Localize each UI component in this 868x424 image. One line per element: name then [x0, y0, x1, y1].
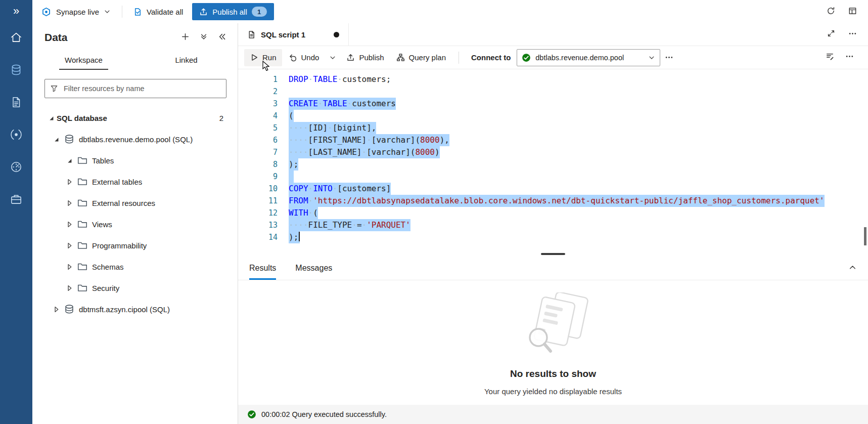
line-number: 4 [238, 110, 289, 122]
panel-resize-sash[interactable] [238, 251, 868, 257]
query-plan-button[interactable]: Query plan [391, 49, 451, 66]
success-icon [247, 410, 256, 419]
workspace-switcher[interactable]: Synapse live [56, 8, 111, 16]
code-line-10: 10COPY·INTO·[customers] [238, 183, 868, 195]
line-number: 9 [238, 171, 289, 183]
nav-develop[interactable] [6, 92, 26, 112]
play-icon [250, 53, 258, 62]
left-nav-rail: » [0, 0, 32, 424]
collapsed-expander-icon[interactable] [64, 178, 75, 186]
status-bar: 00:00:02 Query executed successfully. [238, 405, 868, 424]
line-number: 12 [238, 207, 289, 219]
code-editor[interactable]: 1DROP·TABLE·customers;23CREATE·TABLE·cus… [238, 69, 868, 251]
expand-rail-icon: » [13, 5, 19, 18]
results-body: No results to show Your query yielded no… [238, 280, 868, 405]
layout-button[interactable] [848, 7, 857, 17]
tree-item-external-resources[interactable]: External resources [32, 192, 238, 214]
undo-icon [289, 53, 297, 62]
nav-monitor[interactable] [6, 157, 26, 177]
results-tabbar: Results Messages [238, 257, 868, 280]
data-icon [10, 63, 23, 76]
editor-pane: SQL script 1 Run Undo [238, 23, 868, 424]
tree-item-dbtlabs-revenue-demo-pool-sql[interactable]: dbtlabs.revenue.demo.pool (SQL) [32, 129, 238, 150]
undo-button[interactable]: Undo [283, 49, 325, 66]
tab-workspace[interactable]: Workspace [32, 52, 135, 70]
expand-editor-button[interactable] [827, 29, 835, 39]
rail-expand-button[interactable]: » [0, 0, 32, 22]
line-text: ····FILE_TYPE·=·'PARQUET' [289, 219, 410, 231]
resize-handle[interactable] [541, 253, 565, 255]
toolbar-overflow-button[interactable] [845, 52, 854, 63]
line-number: 8 [238, 158, 289, 171]
expanded-expander-icon[interactable] [64, 157, 75, 164]
tree-item-label: Tables [92, 156, 114, 165]
collapse-all-button[interactable] [200, 32, 208, 43]
connection-status-icon [522, 53, 531, 62]
tree-item-external-tables[interactable]: External tables [32, 171, 238, 192]
tree-item-security[interactable]: Security [32, 277, 238, 299]
line-number: 2 [238, 86, 289, 98]
results-tab-label: Results [249, 264, 276, 273]
folder-icon [75, 177, 90, 186]
integrate-icon [10, 128, 23, 141]
sidebar-title: Data [44, 31, 181, 44]
collapse-results-button[interactable] [848, 263, 857, 274]
empty-results-illustration [511, 292, 596, 356]
nav-data[interactable] [6, 60, 26, 80]
expanded-expander-icon[interactable] [51, 136, 62, 143]
add-resource-button[interactable] [181, 32, 190, 43]
properties-button[interactable] [826, 52, 834, 63]
empty-results-title: No results to show [510, 368, 596, 379]
undo-dropdown-button[interactable] [326, 49, 340, 66]
nav-manage[interactable] [6, 189, 26, 209]
nav-home[interactable] [6, 27, 26, 48]
line-number: 14 [238, 231, 289, 243]
tree-item-views[interactable]: Views [32, 214, 238, 235]
collapsed-expander-icon[interactable] [64, 221, 75, 228]
connect-to-select[interactable]: dbtlabs.revenue.demo.pool [517, 49, 660, 66]
tab-sql-script-1[interactable]: SQL script 1 [238, 23, 349, 46]
tab-linked[interactable]: Linked [135, 52, 238, 70]
toolbar-more-button[interactable] [661, 49, 677, 66]
collapsed-expander-icon[interactable] [64, 242, 75, 249]
item-count: 2 [219, 114, 223, 122]
tree-item-tables[interactable]: Tables [32, 150, 238, 171]
tabbar-more-button[interactable] [848, 29, 857, 40]
properties-icon [826, 52, 834, 61]
collapsed-expander-icon[interactable] [64, 284, 75, 292]
nav-integrate[interactable] [6, 124, 26, 145]
tab-results[interactable]: Results [249, 257, 276, 280]
validate-all-button[interactable]: Validate all [133, 8, 183, 16]
empty-results-subtitle: Your query yielded no displayable result… [484, 387, 622, 396]
refresh-button[interactable] [827, 7, 835, 17]
line-number: 11 [238, 195, 289, 207]
collapsed-expander-icon[interactable] [64, 199, 75, 207]
chevron-down-icon [104, 8, 111, 15]
collapsed-expander-icon[interactable] [51, 306, 62, 313]
tree-item-programmability[interactable]: Programmability [32, 235, 238, 256]
publish-all-button[interactable]: Publish all 1 [192, 3, 273, 20]
tab-messages[interactable]: Messages [295, 257, 332, 280]
publish-button[interactable]: Publish [341, 49, 389, 66]
tree-item-sql-database[interactable]: SQL database2 [32, 107, 238, 129]
tree-item-dbtmsft-azsyn-cipool-sql[interactable]: dbtmsft.azsyn.cipool (SQL) [32, 299, 238, 320]
sidebar-tabs: Workspace Linked [32, 52, 238, 70]
collapsed-expander-icon[interactable] [64, 263, 75, 271]
editor-scrollbar-thumb[interactable] [864, 227, 866, 245]
expanded-expander-icon[interactable] [45, 114, 57, 122]
run-button[interactable]: Run [244, 49, 282, 66]
topbar: Synapse live Validate all Publish all 1 [32, 0, 868, 23]
line-text: COPY·INTO·[customers] [289, 183, 391, 195]
code-line-9: 9 [238, 171, 868, 183]
topbar-divider [122, 6, 122, 18]
query-status-text: 00:00:02 Query executed successfully. [261, 410, 387, 418]
home-icon [10, 31, 23, 44]
editor-toolbar: Run Undo Publish Query plan [238, 46, 868, 69]
monitor-icon [10, 160, 23, 174]
line-text [289, 171, 294, 183]
line-number: 5 [238, 122, 289, 134]
tree-item-schemas[interactable]: Schemas [32, 256, 238, 277]
line-text: ····[ID]·[bigint], [289, 122, 376, 134]
filter-input[interactable] [63, 84, 221, 93]
collapse-pane-button[interactable] [218, 32, 226, 43]
